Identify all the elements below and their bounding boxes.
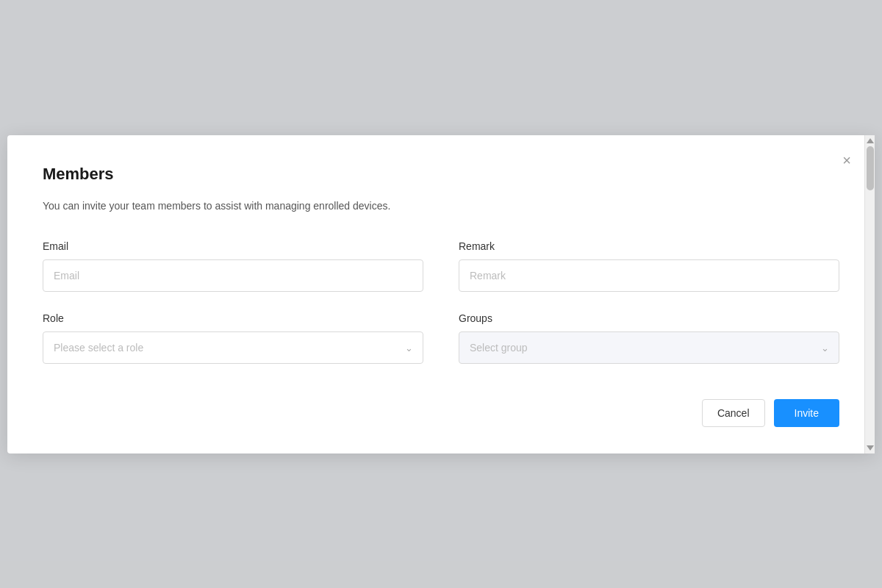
cancel-button[interactable]: Cancel (702, 399, 765, 427)
scrollbar-thumb[interactable] (867, 146, 874, 190)
role-select[interactable]: Please select a role (43, 331, 423, 364)
role-select-wrapper: Please select a role ⌄ (43, 331, 423, 364)
modal-title: Members (43, 165, 839, 184)
form-grid: Email Remark Role Please select a role ⌄ (43, 240, 839, 364)
scroll-down-button[interactable] (867, 445, 874, 451)
scroll-up-button[interactable] (867, 138, 874, 143)
remark-input[interactable] (459, 259, 839, 292)
email-group: Email (43, 240, 423, 292)
modal-description: You can invite your team members to assi… (43, 198, 839, 214)
email-label: Email (43, 240, 423, 252)
role-label: Role (43, 312, 423, 324)
remark-group: Remark (459, 240, 839, 292)
remark-label: Remark (459, 240, 839, 252)
groups-group: Groups Select group ⌄ (459, 312, 839, 364)
groups-select[interactable]: Select group (459, 331, 839, 364)
modal-overlay: × Members You can invite your team membe… (0, 0, 882, 588)
modal-container: × Members You can invite your team membe… (7, 135, 875, 453)
close-button[interactable]: × (839, 150, 854, 171)
groups-select-wrapper: Select group ⌄ (459, 331, 839, 364)
role-group: Role Please select a role ⌄ (43, 312, 423, 364)
scrollbar[interactable] (864, 135, 875, 453)
email-input[interactable] (43, 259, 423, 292)
groups-label: Groups (459, 312, 839, 324)
modal-footer: Cancel Invite (43, 393, 839, 427)
invite-button[interactable]: Invite (774, 399, 839, 427)
